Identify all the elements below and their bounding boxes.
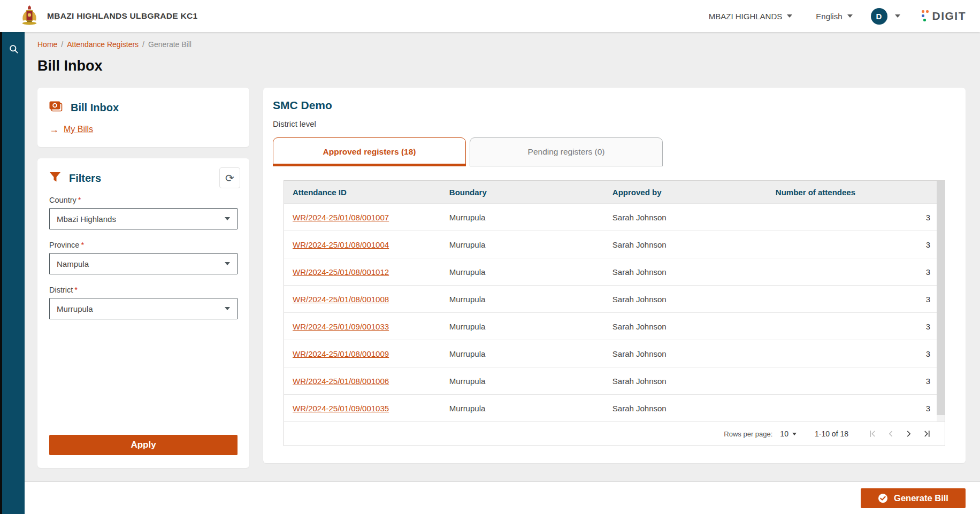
province-select-value: Nampula bbox=[57, 259, 89, 268]
district-label-text: District bbox=[49, 286, 73, 294]
cell-attendance-id: WR/2024-25/01/08/001009 bbox=[284, 349, 441, 358]
cell-attendees: 3 bbox=[767, 349, 937, 358]
attendance-id-link[interactable]: WR/2024-25/01/08/001006 bbox=[293, 377, 389, 386]
cell-boundary: Murrupula bbox=[441, 349, 604, 358]
bill-inbox-card-title: Bill Inbox bbox=[71, 102, 119, 114]
table-row: WR/2024-25/01/09/001035 Murrupula Sarah … bbox=[284, 394, 945, 421]
first-page-button[interactable] bbox=[863, 425, 882, 443]
search-icon[interactable] bbox=[9, 44, 19, 56]
my-bills-link[interactable]: My Bills bbox=[64, 125, 93, 134]
table-row: WR/2024-25/01/08/001006 Murrupula Sarah … bbox=[284, 367, 945, 394]
cell-approved-by: Sarah Johnson bbox=[604, 377, 767, 386]
register-tabs: Approved registers (18) Pending register… bbox=[273, 137, 956, 166]
cell-attendees: 3 bbox=[767, 322, 937, 331]
cell-attendance-id: WR/2024-25/01/08/001012 bbox=[284, 267, 441, 277]
cell-attendees: 3 bbox=[767, 377, 937, 386]
generate-bill-button[interactable]: Generate Bill bbox=[861, 488, 966, 508]
language-selector[interactable]: English bbox=[816, 12, 852, 21]
state-emblem-logo bbox=[20, 5, 39, 27]
apply-button[interactable]: Apply bbox=[49, 435, 238, 455]
next-page-button[interactable] bbox=[900, 425, 918, 443]
province-field: Province* Nampula bbox=[49, 241, 238, 274]
table-row: WR/2024-25/01/08/001012 Murrupula Sarah … bbox=[284, 258, 945, 285]
filters-card-title: Filters bbox=[69, 172, 101, 185]
rows-per-page-select[interactable]: 10 bbox=[780, 429, 797, 438]
cell-attendees: 3 bbox=[767, 295, 937, 304]
filter-funnel-icon bbox=[49, 172, 61, 185]
brand-area: MBAZI HIGHLANDS ULBGRADE KC1 bbox=[20, 5, 197, 27]
cell-attendees: 3 bbox=[767, 240, 937, 249]
district-select[interactable]: Murrupula bbox=[49, 298, 238, 319]
country-select-value: Mbazi Highlands bbox=[57, 214, 116, 224]
cell-boundary: Murrupula bbox=[441, 213, 604, 222]
district-label: District* bbox=[49, 286, 238, 294]
table-scrollbar-track[interactable] bbox=[937, 181, 945, 421]
col-header-approved-by: Approved by bbox=[604, 188, 767, 197]
breadcrumb-separator: / bbox=[142, 40, 144, 49]
arrow-right-icon: → bbox=[49, 125, 59, 134]
cell-approved-by: Sarah Johnson bbox=[604, 349, 767, 358]
col-header-boundary: Boundary bbox=[441, 188, 604, 197]
tab-pending-registers[interactable]: Pending registers (0) bbox=[470, 137, 663, 166]
col-header-attendance-id: Attendance ID bbox=[284, 188, 441, 197]
breadcrumb-home[interactable]: Home bbox=[37, 40, 57, 49]
body-row: Home / Attendance Registers / Generate B… bbox=[0, 32, 980, 514]
avatar[interactable]: D bbox=[871, 8, 887, 25]
province-select[interactable]: Nampula bbox=[49, 253, 238, 274]
attendance-id-link[interactable]: WR/2024-25/01/08/001004 bbox=[293, 240, 389, 249]
table-scrollbar-thumb[interactable] bbox=[937, 181, 945, 415]
registers-card: SMC Demo District level Approved registe… bbox=[263, 88, 966, 463]
cell-attendance-id: WR/2024-25/01/08/001004 bbox=[284, 240, 441, 249]
cell-approved-by: Sarah Johnson bbox=[604, 213, 767, 222]
table-row: WR/2024-25/01/08/001009 Murrupula Sarah … bbox=[284, 340, 945, 367]
language-selector-label: English bbox=[816, 12, 842, 21]
cell-approved-by: Sarah Johnson bbox=[604, 322, 767, 331]
cell-attendees: 3 bbox=[767, 213, 937, 222]
attendance-id-link[interactable]: WR/2024-25/01/08/001007 bbox=[293, 213, 389, 222]
cell-boundary: Murrupula bbox=[441, 240, 604, 249]
cell-boundary: Murrupula bbox=[441, 322, 604, 331]
table-row: WR/2024-25/01/08/001008 Murrupula Sarah … bbox=[284, 285, 945, 312]
rows-per-page-label: Rows per page: bbox=[724, 430, 772, 438]
left-sidebar bbox=[0, 32, 25, 514]
cell-attendance-id: WR/2024-25/01/09/001035 bbox=[284, 404, 441, 413]
project-subtitle: District level bbox=[273, 119, 956, 128]
refresh-filters-button[interactable]: ⟳ bbox=[219, 167, 240, 188]
breadcrumb: Home / Attendance Registers / Generate B… bbox=[37, 40, 966, 49]
country-label-text: Country bbox=[49, 196, 76, 204]
digit-dots-icon bbox=[922, 10, 930, 22]
city-selector-label: MBAZI HIGHLANDS bbox=[709, 12, 783, 21]
country-field: Country* Mbazi Highlands bbox=[49, 196, 238, 229]
chevron-down-icon bbox=[847, 14, 853, 18]
user-menu[interactable]: D bbox=[871, 8, 900, 25]
country-select[interactable]: Mbazi Highlands bbox=[49, 208, 238, 229]
my-bills-row: → My Bills bbox=[49, 125, 238, 134]
chevron-down-icon bbox=[787, 14, 792, 18]
last-page-button[interactable] bbox=[918, 425, 936, 443]
city-selector[interactable]: MBAZI HIGHLANDS bbox=[709, 12, 793, 21]
breadcrumb-attendance-registers[interactable]: Attendance Registers bbox=[67, 40, 139, 49]
table-row: WR/2024-25/01/09/001033 Murrupula Sarah … bbox=[284, 312, 945, 340]
chevron-down-icon bbox=[895, 14, 900, 18]
attendance-id-link[interactable]: WR/2024-25/01/09/001033 bbox=[293, 322, 389, 331]
digit-logo: DIGIT bbox=[922, 10, 967, 22]
attendance-id-link[interactable]: WR/2024-25/01/08/001012 bbox=[293, 267, 389, 277]
cell-attendance-id: WR/2024-25/01/08/001008 bbox=[284, 295, 441, 304]
cell-approved-by: Sarah Johnson bbox=[604, 295, 767, 304]
attendance-id-link[interactable]: WR/2024-25/01/08/001008 bbox=[293, 295, 389, 304]
table-row: WR/2024-25/01/08/001007 Murrupula Sarah … bbox=[284, 203, 945, 231]
required-mark: * bbox=[78, 196, 81, 204]
previous-page-button[interactable] bbox=[882, 425, 900, 443]
two-column-layout: Bill Inbox → My Bills bbox=[37, 88, 966, 468]
project-title: SMC Demo bbox=[273, 99, 956, 112]
attendance-id-link[interactable]: WR/2024-25/01/09/001035 bbox=[293, 404, 389, 413]
province-label: Province* bbox=[49, 241, 238, 249]
district-select-value: Murrupula bbox=[57, 304, 93, 313]
province-label-text: Province bbox=[49, 241, 79, 249]
filters-card: Filters ⟳ Country* Mbazi Highlands bbox=[37, 158, 249, 468]
tab-approved-registers[interactable]: Approved registers (18) bbox=[273, 137, 466, 166]
app-title: MBAZI HIGHLANDS ULBGRADE KC1 bbox=[47, 11, 197, 21]
page-title: Bill Inbox bbox=[37, 58, 966, 74]
attendance-id-link[interactable]: WR/2024-25/01/08/001009 bbox=[293, 349, 389, 358]
cell-approved-by: Sarah Johnson bbox=[604, 240, 767, 249]
